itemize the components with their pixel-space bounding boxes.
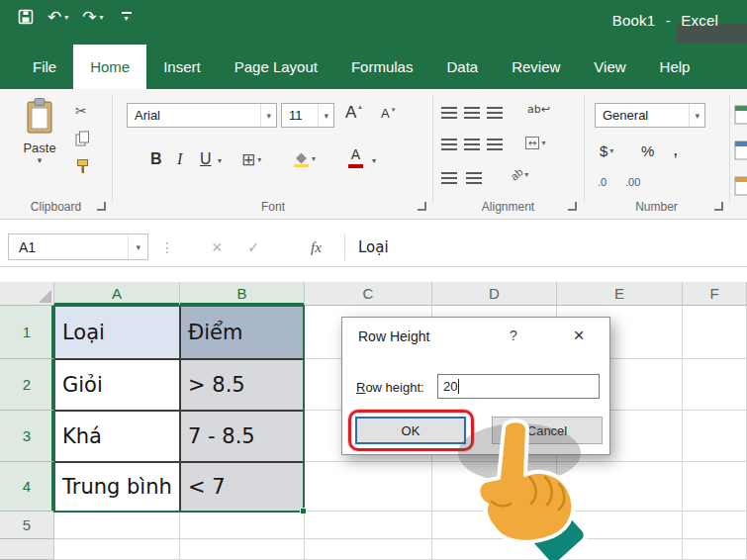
row-header-1[interactable]: 1 bbox=[0, 306, 54, 359]
column-header-F[interactable]: F bbox=[683, 282, 747, 306]
formula-bar-splitter[interactable]: ⋮ bbox=[160, 228, 174, 267]
cell-A3[interactable]: Khá bbox=[54, 411, 180, 462]
cell[interactable] bbox=[683, 411, 747, 462]
clipboard-dialog-launcher-icon[interactable] bbox=[97, 202, 106, 211]
cell[interactable] bbox=[683, 462, 747, 512]
number-format-combobox[interactable]: General ▾ bbox=[595, 103, 705, 128]
tab-review[interactable]: Review bbox=[495, 45, 577, 89]
enter-entry-button[interactable]: ✓ bbox=[247, 228, 260, 267]
cell-B1[interactable]: Điểm bbox=[180, 306, 305, 359]
column-header-E[interactable]: E bbox=[557, 282, 683, 306]
font-dialog-launcher-icon[interactable] bbox=[418, 202, 426, 211]
italic-button[interactable]: I bbox=[177, 150, 182, 168]
grow-font-button[interactable]: A ▴ bbox=[345, 103, 362, 123]
alignment-dialog-launcher-icon[interactable] bbox=[568, 202, 577, 211]
wrap-text-button[interactable]: ab↩ bbox=[527, 103, 550, 116]
chevron-down-icon[interactable]: ▾ bbox=[128, 234, 147, 259]
cell-B4[interactable]: < 7 bbox=[180, 462, 305, 512]
name-box[interactable]: A1 ▾ bbox=[8, 233, 148, 260]
format-painter-button[interactable] bbox=[75, 158, 90, 175]
cell[interactable] bbox=[305, 512, 432, 539]
row-header-3[interactable]: 3 bbox=[0, 411, 54, 462]
align-right-button[interactable] bbox=[487, 139, 503, 150]
row-header-2[interactable]: 2 bbox=[0, 359, 54, 411]
cell[interactable] bbox=[180, 539, 305, 560]
cell[interactable] bbox=[683, 306, 747, 359]
redo-button[interactable]: ↷ ▾ bbox=[82, 7, 103, 27]
row-header-6[interactable] bbox=[0, 539, 54, 560]
increase-indent-button[interactable] bbox=[466, 172, 482, 184]
accounting-format-button[interactable]: $ ▾ bbox=[600, 142, 613, 159]
font-color-button[interactable]: A bbox=[348, 148, 363, 168]
cell-B2[interactable]: > 8.5 bbox=[180, 359, 305, 411]
row-height-input[interactable]: 20 bbox=[437, 374, 600, 399]
cut-button[interactable]: ✂ bbox=[75, 103, 87, 119]
number-dialog-launcher-icon[interactable] bbox=[714, 202, 723, 211]
cell[interactable] bbox=[54, 512, 180, 539]
cell-A4[interactable]: Trung bình bbox=[54, 462, 180, 512]
tab-insert[interactable]: Insert bbox=[146, 45, 218, 89]
chevron-down-icon[interactable]: ▾ bbox=[541, 139, 545, 147]
row-header-5[interactable]: 5 bbox=[0, 512, 54, 539]
chevron-down-icon[interactable]: ▾ bbox=[260, 104, 276, 127]
cell[interactable] bbox=[683, 359, 747, 411]
tab-view[interactable]: View bbox=[577, 45, 642, 89]
chevron-down-icon[interactable]: ▾ bbox=[64, 13, 68, 22]
tab-home[interactable]: Home bbox=[73, 45, 146, 89]
font-color-dropdown[interactable]: ▾ bbox=[372, 156, 376, 165]
merge-center-button[interactable]: ↔ ▾ bbox=[525, 137, 545, 149]
comma-style-button[interactable]: , bbox=[673, 139, 678, 160]
fill-color-button[interactable]: ▾ bbox=[293, 150, 316, 167]
decrease-indent-button[interactable] bbox=[441, 172, 457, 184]
format-as-table-icon[interactable] bbox=[734, 140, 747, 160]
percent-style-button[interactable]: % bbox=[641, 142, 654, 159]
tab-file[interactable]: File bbox=[16, 45, 73, 89]
cell[interactable] bbox=[683, 539, 747, 560]
cell-styles-icon[interactable] bbox=[734, 176, 747, 196]
shrink-font-button[interactable]: A ▾ bbox=[381, 106, 395, 121]
chevron-down-icon[interactable]: ▾ bbox=[609, 146, 613, 155]
column-header-B[interactable]: B bbox=[180, 282, 305, 306]
decrease-decimal-button[interactable]: .00 bbox=[625, 176, 640, 188]
cell[interactable] bbox=[305, 462, 432, 512]
fill-handle[interactable] bbox=[300, 508, 307, 514]
align-bottom-button[interactable] bbox=[487, 107, 503, 119]
cell[interactable] bbox=[683, 512, 747, 539]
chevron-down-icon[interactable]: ▾ bbox=[318, 104, 333, 127]
tab-formulas[interactable]: Formulas bbox=[334, 45, 430, 89]
column-header-C[interactable]: C bbox=[305, 282, 432, 306]
copy-button[interactable] bbox=[75, 131, 90, 146]
dialog-help-button[interactable]: ? bbox=[504, 327, 523, 343]
align-top-button[interactable] bbox=[441, 107, 457, 119]
cell[interactable] bbox=[54, 539, 180, 560]
conditional-formatting-icon[interactable] bbox=[734, 105, 747, 125]
column-header-D[interactable]: D bbox=[432, 282, 557, 306]
tab-help[interactable]: Help bbox=[643, 45, 707, 89]
cell[interactable] bbox=[180, 512, 305, 539]
cancel-entry-button[interactable]: × bbox=[212, 228, 223, 267]
chevron-down-icon[interactable]: ▾ bbox=[257, 155, 261, 164]
select-all-corner[interactable] bbox=[0, 282, 54, 306]
column-header-A[interactable]: A bbox=[54, 282, 180, 306]
cell-B3[interactable]: 7 - 8.5 bbox=[180, 411, 305, 462]
borders-button[interactable]: ⊞ ▾ bbox=[241, 149, 261, 169]
insert-function-button[interactable]: fx bbox=[311, 228, 322, 267]
formula-bar-input[interactable]: Loại bbox=[358, 228, 389, 267]
underline-button[interactable]: U bbox=[200, 150, 212, 168]
underline-dropdown[interactable]: ▾ bbox=[218, 156, 222, 165]
increase-decimal-button[interactable]: .0 bbox=[598, 176, 607, 188]
undo-button[interactable]: ↶ ▾ bbox=[47, 7, 68, 27]
font-name-combobox[interactable]: Arial ▾ bbox=[127, 103, 277, 128]
chevron-down-icon[interactable]: ▾ bbox=[13, 155, 66, 165]
save-icon[interactable] bbox=[18, 9, 34, 25]
cell-A2[interactable]: Giỏi bbox=[54, 359, 180, 411]
chevron-down-icon[interactable]: ▾ bbox=[689, 104, 704, 127]
align-left-button[interactable] bbox=[441, 139, 457, 150]
dialog-close-button[interactable]: × bbox=[566, 325, 592, 346]
cell-A1[interactable]: Loại bbox=[54, 306, 180, 359]
align-middle-button[interactable] bbox=[464, 107, 480, 119]
bold-button[interactable]: B bbox=[150, 150, 162, 168]
paste-button[interactable]: Paste ▾ bbox=[13, 97, 66, 196]
row-header-4[interactable]: 4 bbox=[0, 462, 54, 512]
tab-page-layout[interactable]: Page Layout bbox=[218, 45, 334, 89]
